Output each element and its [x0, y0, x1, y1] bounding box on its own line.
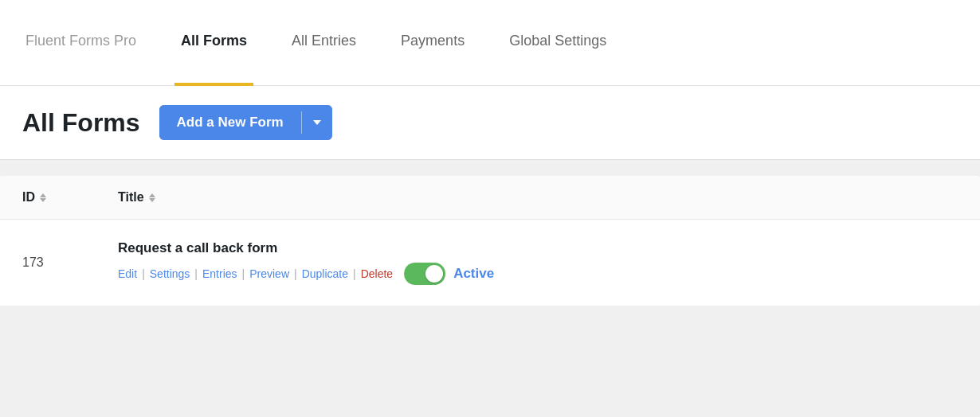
sort-title-icon[interactable] [149, 193, 155, 202]
status-toggle[interactable] [404, 263, 445, 285]
sort-up-icon [149, 193, 155, 197]
chevron-down-icon [313, 120, 321, 125]
sep-5: | [353, 267, 356, 280]
edit-link[interactable]: Edit [118, 267, 137, 280]
entries-link[interactable]: Entries [202, 267, 237, 280]
row-id: 173 [22, 255, 118, 270]
page-header: All Forms Add a New Form [0, 86, 980, 160]
column-id[interactable]: ID [22, 190, 118, 205]
preview-link[interactable]: Preview [249, 267, 289, 280]
sep-1: | [142, 267, 145, 280]
nav-all-entries[interactable]: All Entries [285, 0, 363, 86]
settings-link[interactable]: Settings [150, 267, 190, 280]
duplicate-link[interactable]: Duplicate [302, 267, 348, 280]
nav-payments[interactable]: Payments [394, 0, 471, 86]
add-form-dropdown-button[interactable] [302, 105, 332, 140]
row-actions: Edit | Settings | Entries | Preview | Du… [118, 263, 958, 285]
nav-all-forms[interactable]: All Forms [174, 0, 253, 86]
column-title[interactable]: Title [118, 190, 958, 205]
add-form-button-group: Add a New Form [159, 105, 332, 140]
sort-down-icon [40, 198, 46, 202]
status-toggle-wrap: Active [404, 263, 494, 285]
forms-table: ID Title 173 Request a call back form [0, 176, 980, 306]
sep-4: | [294, 267, 297, 280]
content-area: ID Title 173 Request a call back form [0, 160, 980, 306]
add-form-button[interactable]: Add a New Form [159, 105, 301, 140]
sep-2: | [194, 267, 198, 280]
table-row: 173 Request a call back form Edit | Sett… [0, 220, 980, 306]
sort-down-icon [149, 198, 155, 202]
toggle-thumb [425, 265, 443, 283]
delete-link[interactable]: Delete [361, 267, 393, 280]
row-content: Request a call back form Edit | Settings… [118, 240, 958, 285]
row-title: Request a call back form [118, 240, 958, 256]
nav-global-settings[interactable]: Global Settings [503, 0, 613, 86]
sort-up-icon [40, 193, 46, 197]
page-title: All Forms [22, 108, 140, 138]
table-header-row: ID Title [0, 176, 980, 220]
top-nav: Fluent Forms Pro All Forms All Entries P… [0, 0, 980, 86]
sort-id-icon[interactable] [40, 193, 46, 202]
nav-brand[interactable]: Fluent Forms Pro [19, 0, 143, 86]
sep-3: | [242, 267, 245, 280]
status-label: Active [453, 266, 494, 282]
